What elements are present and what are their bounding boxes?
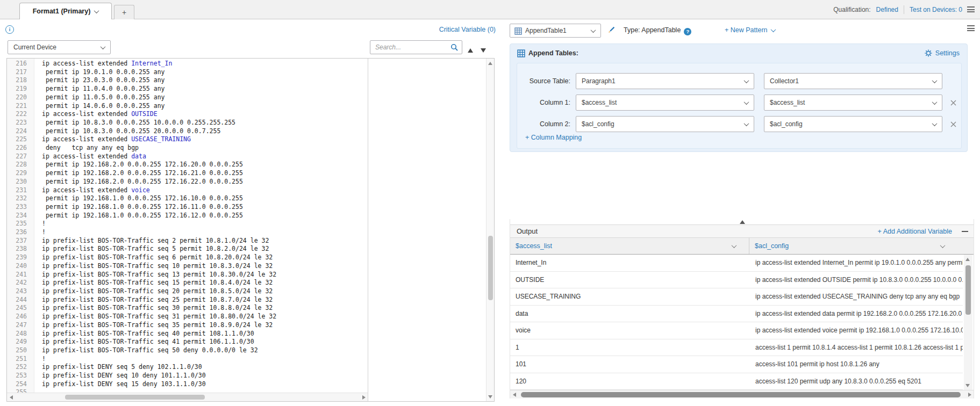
scroll-up-button[interactable] [487,59,494,67]
column1-right-selector[interactable]: $access_list [764,95,942,111]
add-tab-button[interactable]: + [114,5,134,19]
scroll-right-button[interactable] [360,393,368,401]
source-table-left-selector[interactable]: Paragraph1 [576,73,754,89]
new-pattern-button[interactable]: + New Pattern [725,26,775,34]
search-previous-button[interactable] [468,45,473,55]
line-number: 235 [7,220,34,228]
code-line: 249ip prefix-list BOS-TOR-Traffic seq 41… [7,338,367,346]
cell-acl-config: ip access-list extended data permit ip 1… [749,310,963,317]
new-pattern-label: + New Pattern [725,26,768,34]
code-line: 236! [7,228,367,237]
search-input[interactable] [370,44,450,51]
source-table-right-selector[interactable]: Collector1 [764,73,942,89]
code-text: ip prefix-list BOS-TOR-Traffic seq 15 pe… [34,279,273,287]
info-icon[interactable]: i [5,25,14,34]
cell-acl-config: access-list 120 permit udp any 10.8.3.0 … [749,378,963,385]
code-line: 227ip access-list extended data [7,153,367,161]
scroll-down-button[interactable] [964,381,971,389]
line-number: 232 [7,194,34,203]
table-row[interactable]: USECASE_TRAININGip access-list extended … [510,288,963,306]
settings-button[interactable]: Settings [925,49,960,57]
pattern-table-selector[interactable]: AppendTable1 [510,24,601,38]
chevron-down-icon [744,121,749,126]
search-next-button[interactable] [481,45,486,55]
scrollbar-thumb[interactable] [488,236,493,300]
column1-left-selector[interactable]: $access_list [576,95,754,111]
column2-right-selector[interactable]: $acl_config [764,116,942,132]
code-line: 241ip prefix-list BOS-TOR-Traffic seq 13… [7,271,367,279]
edit-pattern-button[interactable] [607,26,616,34]
code-line: 233 permit ip 192.168.1.0 0.0.0.255 172.… [7,203,367,212]
output-horizontal-scrollbar[interactable] [510,390,974,398]
table-row[interactable]: 120access-list 120 permit udp any 10.8.3… [510,373,963,390]
editor-pane-divider [368,59,368,401]
help-icon[interactable]: ? [684,28,691,35]
minimize-icon[interactable] [962,231,968,232]
line-number: 240 [7,262,34,271]
config-editor[interactable]: 216ip access-list extended Internet_In21… [6,58,495,402]
table-row[interactable]: dataip access-list extended data permit … [510,306,963,323]
code-line: 242ip prefix-list BOS-TOR-Traffic seq 15… [7,279,367,287]
scrollbar-thumb[interactable] [65,395,205,400]
output-column-headers: $access_list $acl_config [510,238,974,255]
code-text: permit ip 192.168.2.0 0.0.0.255 172.16.2… [34,178,243,186]
qualification-value-link[interactable]: Defined [876,6,898,13]
scroll-down-button[interactable] [487,393,494,401]
pattern-editor-window: Format1 (Primary) + Qualification: Defin… [0,0,980,406]
table-row[interactable]: OUTSIDEip access-list extended OUTSIDE p… [510,272,963,289]
chevron-down-icon [591,27,596,33]
critical-variable-link[interactable]: Critical Variable (0) [414,26,496,33]
code-text: permit ip 10.8.3.0 0.0.0.255 20.0.0.0 0.… [34,127,220,136]
editor-vertical-scrollbar[interactable] [486,59,494,401]
code-text: deny tcp any any eq bgp [34,144,139,153]
add-column-mapping-link[interactable]: + Column Mapping [525,134,582,141]
cell-access-list: 120 [510,378,749,385]
output-vertical-scrollbar[interactable] [964,255,972,390]
line-number: 241 [7,271,34,279]
code-line: 234 permit ip 192.168.1.0 0.0.0.255 172.… [7,212,367,220]
code-line: 221 permit ip 14.0.6.0 0.0.0.255 any [7,102,367,111]
code-text: ip prefix-list DENY seq 10 deny 101.1.1.… [34,372,206,380]
column2-left-selector[interactable]: $acl_config [576,116,754,132]
remove-column1-button[interactable] [949,98,957,107]
menu-icon[interactable] [967,6,975,12]
tab-label: Format1 (Primary) [33,8,91,15]
tab-format1-primary[interactable]: Format1 (Primary) [19,3,112,19]
pattern-type-text: Type: AppendTable [624,26,681,34]
code-line: 225ip access-list extended USECASE_TRAIN… [7,135,367,144]
pattern-menu-icon[interactable] [967,25,975,31]
table-row[interactable]: 1access-list 1 permit 10.8.1.4 access-li… [510,339,963,357]
line-number: 251 [7,355,34,364]
device-selector[interactable]: Current Device [8,40,111,54]
line-number: 224 [7,127,34,136]
line-number: 225 [7,135,34,144]
chevron-down-icon [940,243,946,248]
table-row[interactable]: 101access-list 101 permit ip host 10.8.1… [510,356,963,373]
collapse-output-button[interactable] [738,219,747,224]
test-on-devices-link[interactable]: Test on Devices: 0 [910,6,962,13]
code-text [34,388,42,393]
code-line: 226 deny tcp any any eq bgp [7,144,367,153]
code-line: 240ip prefix-list BOS-TOR-Traffic seq 10… [7,262,367,271]
scroll-left-button[interactable] [510,390,518,398]
scrollbar-thumb[interactable] [965,265,971,315]
scroll-left-button[interactable] [7,393,15,401]
selector-value: Collector1 [770,77,799,85]
scrollbar-thumb[interactable] [521,392,961,397]
code-line: 217 permit ip 19.0.1.0 0.0.0.255 any [7,68,367,77]
add-additional-variable-link[interactable]: + Add Additional Variable [878,228,952,235]
append-tables-title: Append Tables: [528,49,578,57]
table-row[interactable]: voiceip access-list extended voice permi… [510,322,963,339]
scroll-up-button[interactable] [964,255,971,263]
column-header-acl-config[interactable]: $acl_config [749,238,974,254]
search-icon[interactable] [450,44,459,52]
scroll-right-button[interactable] [965,390,974,398]
output-table-body: Internet_Inip access-list extended Inter… [510,255,963,390]
table-row[interactable]: Internet_Inip access-list extended Inter… [510,255,963,272]
settings-label: Settings [935,49,960,57]
column-header-access-list[interactable]: $access_list [510,238,749,254]
editor-horizontal-scrollbar[interactable] [7,393,368,401]
code-text: ip prefix-list BOS-TOR-Traffic seq 50 de… [34,346,258,355]
remove-column2-button[interactable] [949,120,957,128]
code-text: ip access-list extended Internet_In [34,60,172,68]
